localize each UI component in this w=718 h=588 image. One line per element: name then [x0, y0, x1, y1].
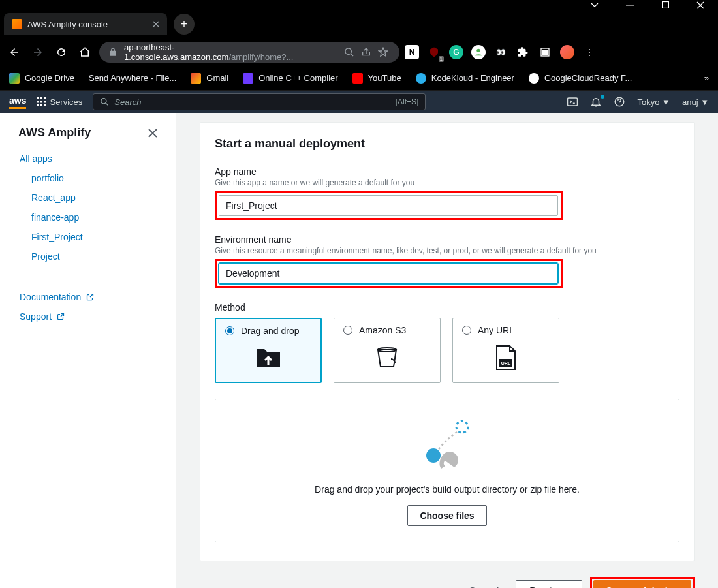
window-close[interactable] [683, 0, 718, 10]
profile-avatar[interactable] [560, 45, 574, 59]
sidebar-close-icon[interactable] [148, 129, 157, 138]
sidebar-item-project[interactable]: Project [0, 247, 176, 266]
services-button[interactable]: Services [37, 97, 82, 107]
home-button[interactable] [76, 43, 94, 61]
share-icon[interactable] [359, 45, 373, 59]
reload-button[interactable] [52, 43, 70, 61]
eyes-ext-icon[interactable]: 👀 [493, 45, 508, 59]
drop-zone[interactable]: Drag and drop your project's build outpu… [215, 399, 679, 542]
window-maximize[interactable] [648, 0, 683, 10]
sidebar-item-first-project[interactable]: First_Project [0, 227, 176, 247]
bookmark-youtube[interactable]: YouTube [352, 73, 401, 84]
sidebar-item-finance-app[interactable]: finance-app [0, 208, 176, 227]
previous-button[interactable]: Previous [516, 580, 582, 588]
puzzle-ext-icon[interactable] [516, 45, 530, 59]
svg-rect-5 [543, 50, 548, 55]
env-name-input[interactable] [219, 263, 558, 284]
aws-search[interactable]: Search [Alt+S] [93, 93, 426, 110]
bookmark-drive[interactable]: Google Drive [9, 73, 74, 84]
drop-animation-icon [418, 415, 476, 474]
method-s3[interactable]: Amazon S3 [334, 318, 441, 383]
sidebar-title: AWS Amplify [18, 126, 91, 140]
radio-icon [462, 326, 471, 335]
svg-text:URL: URL [501, 361, 511, 365]
app-name-highlight [215, 191, 563, 220]
sidebar-all-apps[interactable]: All apps [0, 149, 176, 168]
browser-tab-bar: AWS Amplify console + [0, 10, 718, 39]
region-selector[interactable]: Tokyo ▼ [637, 97, 670, 107]
search-placeholder: Search [114, 97, 141, 107]
user-menu[interactable]: anuj ▼ [682, 97, 709, 107]
cpp-icon [243, 73, 253, 84]
ublock-ext-icon[interactable]: 1 [427, 45, 441, 59]
bookmark-sendanywhere[interactable]: Send Anywhere - File... [89, 73, 176, 83]
sidebar-item-react-app[interactable]: React_app [0, 188, 176, 208]
window-dropdown[interactable] [577, 0, 612, 10]
external-link-icon [57, 313, 65, 320]
svg-rect-6 [37, 97, 39, 99]
back-button[interactable] [5, 43, 23, 61]
main-panel: Start a manual deployment App name Give … [176, 113, 718, 588]
save-deploy-button[interactable]: Save and deploy [593, 580, 691, 588]
sidebar: AWS Amplify All apps portfolio React_app… [0, 113, 176, 588]
browser-tab[interactable]: AWS Amplify console [4, 13, 167, 35]
notion-ext-icon[interactable]: N [405, 45, 419, 59]
method-url[interactable]: Any URL URL [452, 318, 559, 383]
search-url-icon[interactable] [342, 45, 356, 59]
aws-topbar: aws Services Search [Alt+S] Tokyo ▼ anuj… [0, 91, 718, 113]
svg-rect-11 [44, 101, 46, 103]
bookmark-cpp[interactable]: Online C++ Compiler [243, 73, 337, 84]
browser-menu-icon[interactable]: ⋮ [582, 45, 597, 59]
env-name-hint: Give this resource a meaningful environm… [215, 246, 679, 255]
lock-icon [108, 48, 117, 57]
bookmark-gcr[interactable]: GoogleCloudReady F... [529, 73, 632, 84]
new-tab-button[interactable]: + [174, 14, 195, 35]
drive-icon [9, 73, 20, 84]
bookmark-kodekloud[interactable]: KodeKloud - Engineer [416, 73, 514, 84]
search-icon [100, 97, 109, 106]
svg-point-3 [476, 49, 480, 52]
aws-logo[interactable]: aws [9, 95, 26, 109]
sidebar-item-portfolio[interactable]: portfolio [0, 168, 176, 188]
extension-icons: N 1 G 👀 ⋮ [405, 45, 602, 59]
svg-rect-1 [662, 2, 668, 8]
cancel-button[interactable]: Cancel [460, 581, 508, 588]
forward-button[interactable] [29, 43, 47, 61]
footer-actions: Cancel Previous Save and deploy [200, 577, 695, 588]
reader-ext-icon[interactable] [538, 45, 552, 59]
youtube-icon [352, 73, 363, 84]
method-drag-drop[interactable]: Drag and drop [215, 318, 322, 383]
svg-point-21 [456, 421, 468, 433]
env-name-highlight [215, 259, 563, 288]
svg-rect-7 [40, 97, 42, 99]
cloudshell-icon[interactable] [567, 96, 578, 108]
notifications-icon[interactable] [590, 96, 602, 108]
close-tab-icon[interactable] [153, 21, 159, 27]
window-minimize[interactable] [612, 0, 648, 10]
bookmarks-overflow[interactable]: » [704, 73, 709, 83]
app-name-label: App name [215, 166, 679, 177]
url-file-icon: URL [462, 339, 550, 376]
svg-point-15 [101, 99, 106, 104]
window-controls [0, 0, 718, 10]
bookmark-gmail[interactable]: Gmail [191, 73, 228, 84]
gmail-icon [191, 73, 201, 84]
sidebar-docs-link[interactable]: Documentation [0, 287, 176, 307]
deployment-card: Start a manual deployment App name Give … [200, 122, 695, 561]
bookmark-star-icon[interactable] [376, 45, 390, 59]
address-bar[interactable]: ap-northeast-1.console.aws.amazon.com/am… [99, 42, 399, 63]
svg-rect-9 [37, 101, 39, 103]
radio-checked-icon [225, 326, 234, 335]
external-link-icon [86, 293, 94, 301]
sidebar-support-link[interactable]: Support [0, 307, 176, 326]
choose-files-button[interactable]: Choose files [407, 505, 486, 526]
app-name-input[interactable] [219, 195, 558, 216]
folder-upload-icon [225, 340, 311, 375]
bucket-icon [343, 339, 431, 376]
avatar-ext-icon[interactable] [471, 45, 486, 59]
grammarly-ext-icon[interactable]: G [449, 45, 463, 59]
page-title: Start a manual deployment [215, 137, 679, 151]
svg-rect-16 [568, 98, 578, 106]
help-icon[interactable] [614, 96, 625, 108]
aws-favicon-icon [12, 19, 22, 29]
